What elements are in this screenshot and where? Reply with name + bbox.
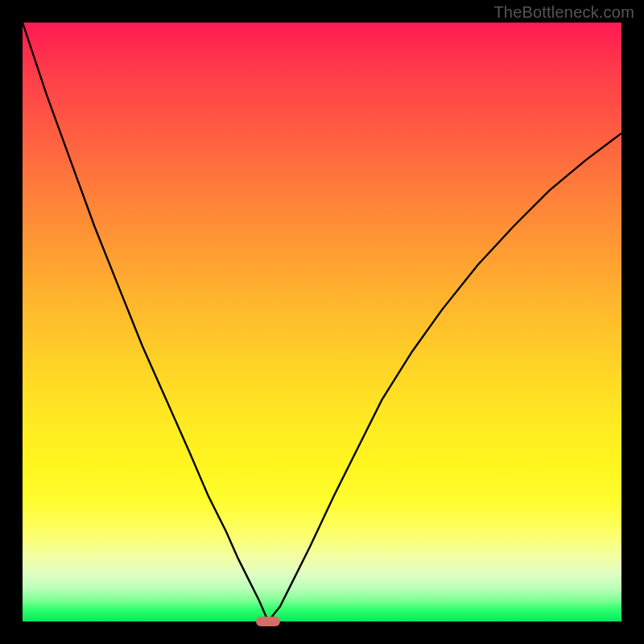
curve-left-branch bbox=[23, 23, 268, 621]
plot-area bbox=[23, 23, 621, 621]
watermark-text: TheBottleneck.com bbox=[493, 3, 634, 22]
curve-right-branch bbox=[268, 134, 621, 621]
chart-frame: TheBottleneck.com bbox=[0, 0, 644, 644]
bottleneck-curve bbox=[23, 23, 621, 621]
bottleneck-marker bbox=[256, 617, 280, 626]
